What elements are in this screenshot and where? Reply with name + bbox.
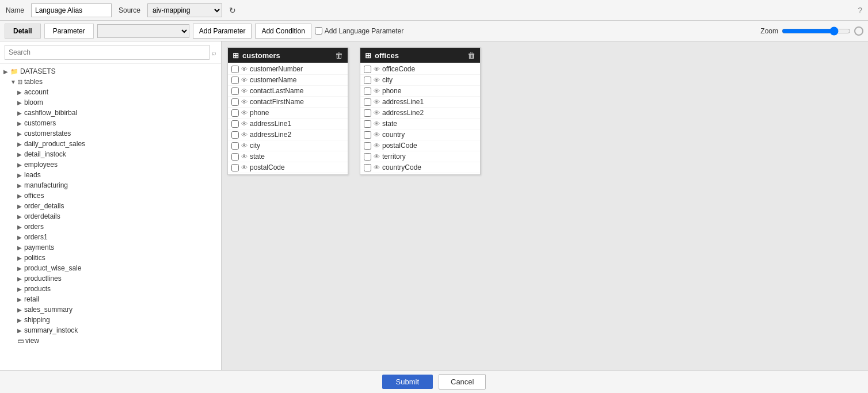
tree-item-cashflow_bibirbal[interactable]: ▶cashflow_bibirbal — [0, 108, 221, 118]
customers-table-header: ⊞ customers 🗑 — [228, 48, 348, 63]
offices-field-checkbox-addressLine1[interactable] — [364, 98, 371, 106]
tree-item-shipping[interactable]: ▶shipping — [0, 315, 221, 325]
customers-delete-button[interactable]: 🗑 — [335, 51, 343, 60]
customers-field-checkbox-contactLastName[interactable] — [231, 87, 239, 95]
tree-item-arrow: ▶ — [17, 317, 23, 323]
offices-field-checkbox-city[interactable] — [364, 77, 371, 84]
tree-item-arrow: ▶ — [17, 100, 23, 106]
tree-item-product_wise_sale[interactable]: ▶product_wise_sale — [0, 263, 221, 273]
tree-item-payments[interactable]: ▶payments — [0, 242, 221, 253]
offices-field-row: 👁 addressLine1 — [360, 97, 480, 108]
customers-field-checkbox-contactFirstName[interactable] — [231, 98, 239, 106]
tree-item-offices[interactable]: ▶offices — [0, 190, 221, 201]
zoom-circle — [854, 26, 863, 36]
tree-item-detail_instock[interactable]: ▶detail_instock — [0, 149, 221, 159]
offices-field-checkbox-territory[interactable] — [364, 153, 371, 161]
help-icon[interactable]: ? — [858, 6, 862, 15]
tree-item-retail[interactable]: ▶retail — [0, 294, 221, 304]
tree-item-label: daily_product_sales — [24, 140, 85, 148]
lang-param-checkbox[interactable] — [315, 27, 322, 35]
zoom-wrap: Zoom — [760, 26, 863, 36]
tree-item-arrow: ▶ — [17, 131, 23, 137]
offices-field-checkbox-state[interactable] — [364, 120, 371, 128]
tree-item-label: bloom — [24, 98, 43, 106]
refresh-button[interactable]: ↻ — [229, 6, 236, 15]
source-dropdown[interactable]: aiv-mapping — [147, 3, 222, 17]
parameter-tab[interactable]: Parameter — [44, 24, 94, 39]
tree-item-sales_summary[interactable]: ▶sales_summary — [0, 304, 221, 315]
zoom-slider[interactable] — [782, 26, 851, 36]
customers-field-checkbox-postalCode[interactable] — [231, 164, 239, 171]
offices-field-name-country: country — [382, 131, 405, 139]
tree-item-politics[interactable]: ▶politics — [0, 253, 221, 263]
tree-item-label: employees — [24, 161, 58, 169]
customers-field-row: 👁 city — [228, 140, 348, 151]
field-eye-icon: 👁 — [241, 109, 248, 116]
offices-field-checkbox-countryCode[interactable] — [364, 164, 371, 171]
offices-field-row: 👁 postalCode — [360, 140, 480, 151]
tree-item-account[interactable]: ▶account — [0, 87, 221, 97]
toolbar: Detail Parameter Add Parameter Add Condi… — [0, 21, 868, 41]
add-condition-button[interactable]: Add Condition — [255, 24, 311, 39]
tree-item-productlines[interactable]: ▶productlines — [0, 273, 221, 284]
main-area: ⌕ ▶ 📁 DATASETS ▼ ⊞ tables ▶account▶bloom… — [0, 41, 868, 370]
field-eye-icon: 👁 — [241, 77, 248, 83]
detail-tab[interactable]: Detail — [5, 24, 41, 39]
offices-field-checkbox-country[interactable] — [364, 131, 371, 139]
tree-item-employees[interactable]: ▶employees — [0, 159, 221, 170]
tree-item-daily_product_sales[interactable]: ▶daily_product_sales — [0, 139, 221, 149]
offices-field-checkbox-officeCode[interactable] — [364, 66, 371, 73]
tree-item-summary_instock[interactable]: ▶summary_instock — [0, 325, 221, 335]
tree-item-order_details[interactable]: ▶order_details — [0, 201, 221, 211]
customers-field-checkbox-addressLine1[interactable] — [231, 120, 239, 128]
tree-item-label: orders — [24, 223, 44, 231]
tree-item-label: leads — [24, 171, 41, 179]
tree-item-customerstates[interactable]: ▶customerstates — [0, 128, 221, 139]
datasets-node[interactable]: ▶ 📁 DATASETS — [0, 66, 221, 77]
tree-item-orders[interactable]: ▶orders — [0, 222, 221, 232]
tree-item-arrow: ▶ — [17, 286, 23, 292]
customers-field-name-state: state — [250, 152, 265, 161]
tree-item-leads[interactable]: ▶leads — [0, 170, 221, 180]
search-icon[interactable]: ⌕ — [212, 48, 216, 57]
tree-item-manufacturing[interactable]: ▶manufacturing — [0, 180, 221, 190]
search-input[interactable] — [5, 45, 210, 60]
tree-item-label: product_wise_sale — [24, 264, 81, 272]
name-input[interactable] — [31, 3, 112, 17]
tree-item-label: cashflow_bibirbal — [24, 109, 77, 117]
customers-field-name-contactLastName: contactLastName — [250, 87, 303, 95]
customers-field-checkbox-phone[interactable] — [231, 109, 239, 117]
customers-field-name-contactFirstName: contactFirstName — [250, 98, 304, 106]
cancel-button[interactable]: Cancel — [439, 374, 486, 390]
offices-field-checkbox-phone[interactable] — [364, 87, 371, 95]
offices-field-name-city: city — [382, 76, 393, 84]
offices-field-checkbox-addressLine2[interactable] — [364, 109, 371, 117]
tables-node[interactable]: ▼ ⊞ tables — [0, 77, 221, 87]
offices-field-name-phone: phone — [382, 87, 401, 95]
customers-field-checkbox-city[interactable] — [231, 142, 239, 150]
tree-item-orderdetails[interactable]: ▶orderdetails — [0, 211, 221, 222]
tree-item-arrow: ▶ — [17, 245, 23, 251]
offices-field-checkbox-postalCode[interactable] — [364, 142, 371, 150]
tables-arrow: ▼ — [10, 79, 16, 85]
add-parameter-button[interactable]: Add Parameter — [193, 24, 252, 39]
tree-item-bloom[interactable]: ▶bloom — [0, 97, 221, 108]
tree-item-customers[interactable]: ▶customers — [0, 118, 221, 128]
canvas-area[interactable]: ⊞ customers 🗑 👁 customerNumber 👁 custome… — [222, 41, 868, 370]
tab-dropdown[interactable] — [97, 24, 189, 38]
customers-field-name-city: city — [250, 142, 260, 150]
offices-delete-button[interactable]: 🗑 — [467, 51, 475, 60]
offices-field-row: 👁 state — [360, 119, 480, 129]
view-node[interactable]: 🗃 view — [0, 335, 221, 346]
field-eye-icon: 👁 — [241, 66, 248, 73]
customers-field-checkbox-state[interactable] — [231, 153, 239, 161]
tree-item-label: orders1 — [24, 233, 48, 241]
customers-field-row: 👁 customerName — [228, 75, 348, 86]
customers-field-checkbox-customerNumber[interactable] — [231, 66, 239, 73]
customers-field-checkbox-customerName[interactable] — [231, 77, 239, 84]
tree-item-products[interactable]: ▶products — [0, 284, 221, 294]
customers-field-checkbox-addressLine2[interactable] — [231, 131, 239, 139]
submit-button[interactable]: Submit — [382, 375, 433, 389]
tree-item-orders1[interactable]: ▶orders1 — [0, 232, 221, 242]
tree-item-label: customers — [24, 119, 56, 127]
